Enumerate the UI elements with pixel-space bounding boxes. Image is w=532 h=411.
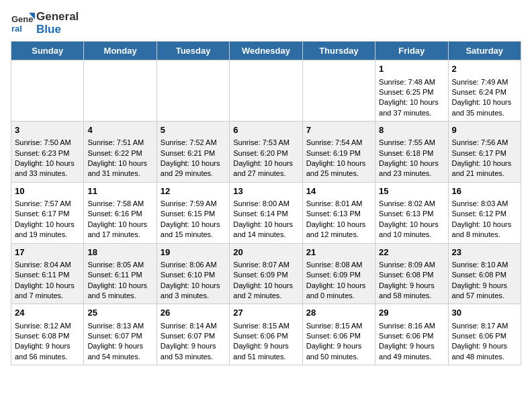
day-info: Daylight: 10 hours and 15 minutes. [161,220,226,240]
calendar-cell: 28Sunrise: 8:15 AMSunset: 6:06 PMDayligh… [302,304,375,365]
day-info: Sunrise: 8:14 AM [161,321,226,331]
calendar-cell: 10Sunrise: 7:57 AMSunset: 6:17 PMDayligh… [11,182,84,243]
day-info: Daylight: 10 hours and 23 minutes. [379,158,444,179]
day-info: Sunrise: 7:55 AM [379,138,444,148]
day-info: Sunset: 6:09 PM [306,270,371,280]
day-number: 28 [306,307,371,319]
day-info: Sunset: 6:15 PM [161,209,226,219]
day-info: Sunrise: 8:04 AM [15,260,80,270]
day-number: 24 [15,307,80,319]
day-info: Sunrise: 7:58 AM [87,199,152,209]
day-info: Sunrise: 7:50 AM [15,138,80,148]
day-info: Sunset: 6:21 PM [161,148,226,158]
day-info: Sunset: 6:17 PM [452,148,517,158]
day-info: Sunrise: 7:48 AM [379,77,444,87]
day-info: Daylight: 10 hours and 8 minutes. [452,220,517,240]
day-info: Daylight: 10 hours and 17 minutes. [87,220,152,240]
calendar-cell: 23Sunrise: 8:10 AMSunset: 6:08 PMDayligh… [448,243,521,304]
day-number: 12 [161,185,226,197]
day-info: Daylight: 10 hours and 10 minutes. [379,220,444,240]
day-info: Sunrise: 8:05 AM [87,260,152,270]
calendar-cell [230,60,302,122]
calendar-cell: 26Sunrise: 8:14 AMSunset: 6:07 PMDayligh… [157,304,229,365]
weekday-header-saturday: Saturday [448,42,521,60]
calendar-cell [11,60,84,122]
calendar-cell: 14Sunrise: 8:01 AMSunset: 6:13 PMDayligh… [302,182,375,243]
calendar-cell: 29Sunrise: 8:16 AMSunset: 6:06 PMDayligh… [375,304,448,365]
day-info: Sunset: 6:11 PM [15,270,80,280]
day-number: 19 [161,246,226,259]
day-info: Sunset: 6:07 PM [161,331,226,341]
logo-line2: Blue [36,24,79,36]
calendar-cell: 17Sunrise: 8:04 AMSunset: 6:11 PMDayligh… [11,243,84,304]
svg-text:ral: ral [11,24,22,34]
day-info: Daylight: 10 hours and 2 minutes. [233,281,298,302]
day-number: 5 [161,124,226,136]
day-info: Sunrise: 8:06 AM [161,260,226,270]
day-number: 6 [233,124,298,136]
day-info: Daylight: 10 hours and 12 minutes. [306,220,371,240]
day-info: Sunrise: 8:03 AM [452,199,517,209]
day-number: 23 [452,246,517,259]
day-number: 13 [233,185,298,197]
week-row-1: 1Sunrise: 7:48 AMSunset: 6:25 PMDaylight… [11,60,521,122]
day-info: Sunset: 6:06 PM [452,331,517,341]
logo: Gene ral General Blue [11,11,79,36]
day-number: 14 [306,185,371,197]
day-number: 2 [452,63,517,75]
day-info: Sunset: 6:11 PM [87,270,152,280]
calendar-cell [302,60,375,122]
day-info: Sunrise: 8:07 AM [233,260,298,270]
day-number: 10 [15,185,80,197]
day-info: Sunset: 6:06 PM [233,331,298,341]
day-info: Sunset: 6:19 PM [306,148,371,158]
week-row-5: 24Sunrise: 8:12 AMSunset: 6:08 PMDayligh… [11,304,521,365]
day-info: Daylight: 10 hours and 14 minutes. [233,220,298,240]
day-number: 9 [452,124,517,136]
day-info: Sunset: 6:06 PM [379,331,444,341]
calendar-cell: 12Sunrise: 7:59 AMSunset: 6:15 PMDayligh… [157,182,229,243]
day-info: Sunset: 6:23 PM [15,148,80,158]
day-info: Sunset: 6:24 PM [452,87,517,97]
day-number: 8 [379,124,444,136]
logo-wordmark: General Blue [36,11,79,36]
calendar-cell: 13Sunrise: 8:00 AMSunset: 6:14 PMDayligh… [230,182,302,243]
day-info: Sunset: 6:17 PM [15,209,80,219]
day-info: Daylight: 10 hours and 7 minutes. [15,281,80,302]
day-info: Sunset: 6:09 PM [233,270,298,280]
day-info: Sunset: 6:25 PM [379,87,444,97]
day-info: Daylight: 10 hours and 31 minutes. [87,158,152,179]
calendar-cell: 7Sunrise: 7:54 AMSunset: 6:19 PMDaylight… [302,122,375,183]
weekday-header-friday: Friday [375,42,448,60]
day-number: 15 [379,185,444,197]
day-info: Sunrise: 8:02 AM [379,199,444,209]
day-info: Daylight: 10 hours and 3 minutes. [161,281,226,302]
day-info: Daylight: 9 hours and 57 minutes. [452,281,517,302]
calendar-cell: 8Sunrise: 7:55 AMSunset: 6:18 PMDaylight… [375,122,448,183]
calendar-table: SundayMondayTuesdayWednesdayThursdayFrid… [11,41,521,365]
day-number: 4 [87,124,152,136]
day-info: Sunrise: 8:17 AM [452,321,517,331]
day-info: Daylight: 10 hours and 19 minutes. [15,220,80,240]
day-number: 29 [379,307,444,319]
day-info: Sunrise: 8:15 AM [306,321,371,331]
day-info: Daylight: 10 hours and 35 minutes. [452,97,517,118]
day-number: 21 [306,246,371,259]
day-number: 22 [379,246,444,259]
calendar-cell: 9Sunrise: 7:56 AMSunset: 6:17 PMDaylight… [448,122,521,183]
day-info: Daylight: 10 hours and 21 minutes. [452,158,517,179]
svg-text:Gene: Gene [11,14,34,24]
calendar-cell: 18Sunrise: 8:05 AMSunset: 6:11 PMDayligh… [84,243,157,304]
day-info: Sunset: 6:06 PM [306,331,371,341]
day-info: Sunset: 6:22 PM [87,148,152,158]
weekday-header-tuesday: Tuesday [157,42,229,60]
day-info: Daylight: 10 hours and 37 minutes. [379,97,444,118]
day-info: Sunset: 6:10 PM [161,270,226,280]
calendar-cell: 20Sunrise: 8:07 AMSunset: 6:09 PMDayligh… [230,243,302,304]
day-info: Sunrise: 7:54 AM [306,138,371,148]
day-info: Daylight: 10 hours and 33 minutes. [15,158,80,179]
calendar-cell: 19Sunrise: 8:06 AMSunset: 6:10 PMDayligh… [157,243,229,304]
day-info: Sunrise: 7:51 AM [87,138,152,148]
calendar-cell: 5Sunrise: 7:52 AMSunset: 6:21 PMDaylight… [157,122,229,183]
day-info: Sunset: 6:08 PM [379,270,444,280]
